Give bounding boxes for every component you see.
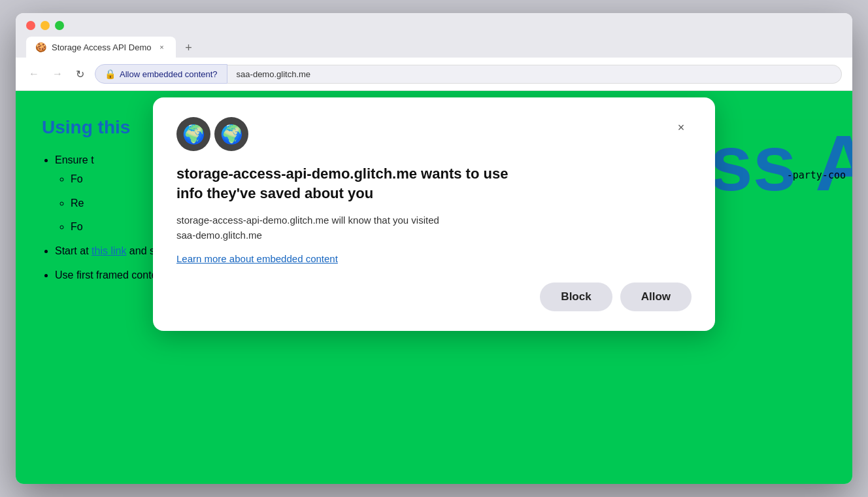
maximize-traffic-light[interactable] xyxy=(55,21,64,30)
storage-access-button[interactable]: 🔒 Allow embedded content? xyxy=(95,64,227,84)
address-bar[interactable] xyxy=(227,65,842,84)
browser-window: 🍪 Storage Access API Demo × + ← → ↻ 🔒 Al… xyxy=(16,13,852,484)
storage-access-label: Allow embedded content? xyxy=(120,69,218,79)
dialog-buttons: Block Allow xyxy=(176,283,692,311)
title-bar: 🍪 Storage Access API Demo × + xyxy=(16,13,852,58)
new-tab-button[interactable]: + xyxy=(178,38,198,58)
page-content: Using this Ensure t Fo Re Fo Start at th… xyxy=(16,91,852,484)
allow-button[interactable]: Allow xyxy=(620,283,692,311)
address-bar-container: 🔒 Allow embedded content? xyxy=(95,64,842,84)
dialog-close-button[interactable]: × xyxy=(671,117,692,138)
back-button[interactable]: ← xyxy=(26,65,42,82)
tab-favicon: 🍪 xyxy=(35,42,46,52)
dialog-body: storage-access-api-demo.glitch.me will k… xyxy=(176,213,692,243)
dialog-title: storage-access-api-demo.glitch.me wants … xyxy=(176,164,692,203)
learn-more-link[interactable]: Learn more about embedded content xyxy=(176,253,338,264)
tab-close-button[interactable]: × xyxy=(156,42,167,52)
globe-icon-1: 🌍 xyxy=(176,117,210,151)
browser-tab[interactable]: 🍪 Storage Access API Demo × xyxy=(26,37,176,58)
dialog-header: 🌍 🌍 × xyxy=(176,117,692,151)
permission-dialog: 🌍 🌍 × storage-access-api-demo.glitch.me … xyxy=(153,97,715,331)
traffic-lights xyxy=(26,21,842,30)
tabs-row: 🍪 Storage Access API Demo × + xyxy=(26,37,842,58)
tab-title: Storage Access API Demo xyxy=(52,43,151,52)
lock-icon: 🔒 xyxy=(105,69,116,79)
forward-button[interactable]: → xyxy=(50,65,65,82)
block-button[interactable]: Block xyxy=(540,283,612,311)
globe-icon-2: 🌍 xyxy=(214,117,248,151)
dialog-icons: 🌍 🌍 xyxy=(176,117,248,151)
minimize-traffic-light[interactable] xyxy=(41,21,50,30)
close-traffic-light[interactable] xyxy=(26,21,35,30)
dialog-overlay: 🌍 🌍 × storage-access-api-demo.glitch.me … xyxy=(16,91,852,484)
reload-button[interactable]: ↻ xyxy=(73,65,87,83)
toolbar: ← → ↻ 🔒 Allow embedded content? xyxy=(16,58,852,91)
